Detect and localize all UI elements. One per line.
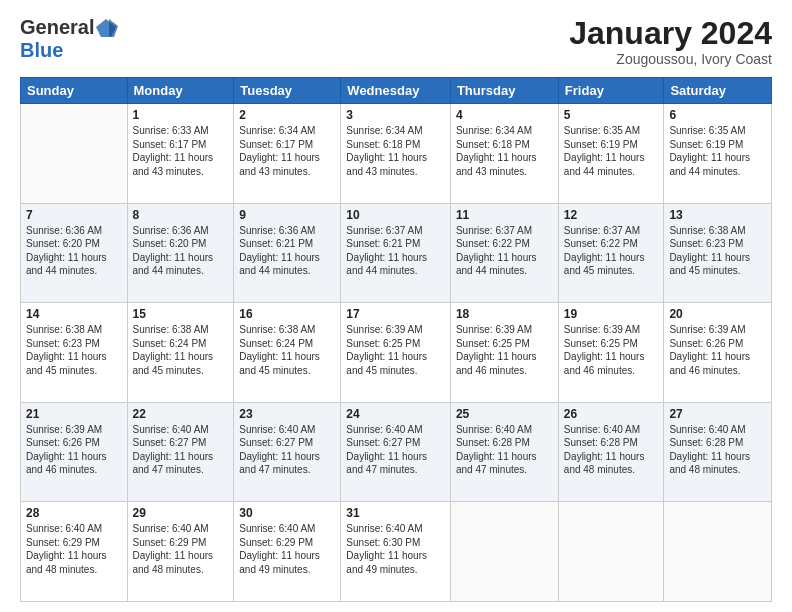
day-number: 1 xyxy=(133,108,229,122)
calendar-week-row: 28Sunrise: 6:40 AM Sunset: 6:29 PM Dayli… xyxy=(21,502,772,602)
logo-icon xyxy=(96,17,118,39)
col-header-wednesday: Wednesday xyxy=(341,78,451,104)
col-header-tuesday: Tuesday xyxy=(234,78,341,104)
day-number: 27 xyxy=(669,407,766,421)
day-number: 24 xyxy=(346,407,445,421)
day-info: Sunrise: 6:39 AM Sunset: 6:26 PM Dayligh… xyxy=(26,423,122,477)
calendar-cell: 23Sunrise: 6:40 AM Sunset: 6:27 PM Dayli… xyxy=(234,402,341,502)
day-number: 29 xyxy=(133,506,229,520)
day-number: 30 xyxy=(239,506,335,520)
day-info: Sunrise: 6:39 AM Sunset: 6:26 PM Dayligh… xyxy=(669,323,766,377)
calendar-cell xyxy=(21,104,128,204)
calendar-cell: 8Sunrise: 6:36 AM Sunset: 6:20 PM Daylig… xyxy=(127,203,234,303)
calendar-cell: 1Sunrise: 6:33 AM Sunset: 6:17 PM Daylig… xyxy=(127,104,234,204)
day-number: 26 xyxy=(564,407,659,421)
calendar-cell: 31Sunrise: 6:40 AM Sunset: 6:30 PM Dayli… xyxy=(341,502,451,602)
col-header-thursday: Thursday xyxy=(450,78,558,104)
calendar-cell: 19Sunrise: 6:39 AM Sunset: 6:25 PM Dayli… xyxy=(558,303,664,403)
day-info: Sunrise: 6:40 AM Sunset: 6:29 PM Dayligh… xyxy=(133,522,229,576)
day-number: 17 xyxy=(346,307,445,321)
day-info: Sunrise: 6:38 AM Sunset: 6:23 PM Dayligh… xyxy=(26,323,122,377)
calendar-cell: 3Sunrise: 6:34 AM Sunset: 6:18 PM Daylig… xyxy=(341,104,451,204)
day-number: 10 xyxy=(346,208,445,222)
day-info: Sunrise: 6:37 AM Sunset: 6:21 PM Dayligh… xyxy=(346,224,445,278)
day-number: 31 xyxy=(346,506,445,520)
calendar-cell: 15Sunrise: 6:38 AM Sunset: 6:24 PM Dayli… xyxy=(127,303,234,403)
day-info: Sunrise: 6:40 AM Sunset: 6:28 PM Dayligh… xyxy=(564,423,659,477)
calendar-cell: 16Sunrise: 6:38 AM Sunset: 6:24 PM Dayli… xyxy=(234,303,341,403)
day-info: Sunrise: 6:39 AM Sunset: 6:25 PM Dayligh… xyxy=(564,323,659,377)
day-number: 15 xyxy=(133,307,229,321)
day-info: Sunrise: 6:39 AM Sunset: 6:25 PM Dayligh… xyxy=(456,323,553,377)
day-number: 4 xyxy=(456,108,553,122)
day-info: Sunrise: 6:40 AM Sunset: 6:28 PM Dayligh… xyxy=(669,423,766,477)
calendar-cell: 25Sunrise: 6:40 AM Sunset: 6:28 PM Dayli… xyxy=(450,402,558,502)
calendar-cell: 27Sunrise: 6:40 AM Sunset: 6:28 PM Dayli… xyxy=(664,402,772,502)
header: General Blue January 2024 Zougoussou, Iv… xyxy=(20,16,772,67)
col-header-saturday: Saturday xyxy=(664,78,772,104)
day-number: 5 xyxy=(564,108,659,122)
day-number: 12 xyxy=(564,208,659,222)
day-info: Sunrise: 6:39 AM Sunset: 6:25 PM Dayligh… xyxy=(346,323,445,377)
day-info: Sunrise: 6:40 AM Sunset: 6:27 PM Dayligh… xyxy=(346,423,445,477)
calendar-week-row: 7Sunrise: 6:36 AM Sunset: 6:20 PM Daylig… xyxy=(21,203,772,303)
logo: General Blue xyxy=(20,16,118,62)
day-number: 6 xyxy=(669,108,766,122)
day-number: 20 xyxy=(669,307,766,321)
calendar-cell: 12Sunrise: 6:37 AM Sunset: 6:22 PM Dayli… xyxy=(558,203,664,303)
day-number: 28 xyxy=(26,506,122,520)
day-info: Sunrise: 6:40 AM Sunset: 6:28 PM Dayligh… xyxy=(456,423,553,477)
day-number: 13 xyxy=(669,208,766,222)
day-info: Sunrise: 6:36 AM Sunset: 6:20 PM Dayligh… xyxy=(26,224,122,278)
day-info: Sunrise: 6:35 AM Sunset: 6:19 PM Dayligh… xyxy=(564,124,659,178)
calendar-cell: 7Sunrise: 6:36 AM Sunset: 6:20 PM Daylig… xyxy=(21,203,128,303)
logo-blue: Blue xyxy=(20,39,63,62)
calendar-cell: 26Sunrise: 6:40 AM Sunset: 6:28 PM Dayli… xyxy=(558,402,664,502)
calendar-cell xyxy=(450,502,558,602)
calendar-cell: 24Sunrise: 6:40 AM Sunset: 6:27 PM Dayli… xyxy=(341,402,451,502)
day-number: 22 xyxy=(133,407,229,421)
day-number: 11 xyxy=(456,208,553,222)
day-number: 3 xyxy=(346,108,445,122)
day-info: Sunrise: 6:34 AM Sunset: 6:17 PM Dayligh… xyxy=(239,124,335,178)
calendar-cell: 28Sunrise: 6:40 AM Sunset: 6:29 PM Dayli… xyxy=(21,502,128,602)
day-number: 16 xyxy=(239,307,335,321)
day-info: Sunrise: 6:40 AM Sunset: 6:29 PM Dayligh… xyxy=(26,522,122,576)
calendar-week-row: 14Sunrise: 6:38 AM Sunset: 6:23 PM Dayli… xyxy=(21,303,772,403)
day-number: 14 xyxy=(26,307,122,321)
calendar-cell: 20Sunrise: 6:39 AM Sunset: 6:26 PM Dayli… xyxy=(664,303,772,403)
logo-general: General xyxy=(20,16,94,39)
calendar-cell: 14Sunrise: 6:38 AM Sunset: 6:23 PM Dayli… xyxy=(21,303,128,403)
calendar: SundayMondayTuesdayWednesdayThursdayFrid… xyxy=(20,77,772,602)
calendar-cell: 13Sunrise: 6:38 AM Sunset: 6:23 PM Dayli… xyxy=(664,203,772,303)
calendar-cell: 6Sunrise: 6:35 AM Sunset: 6:19 PM Daylig… xyxy=(664,104,772,204)
logo-text: General xyxy=(20,16,118,39)
day-info: Sunrise: 6:38 AM Sunset: 6:24 PM Dayligh… xyxy=(133,323,229,377)
day-number: 2 xyxy=(239,108,335,122)
calendar-cell: 18Sunrise: 6:39 AM Sunset: 6:25 PM Dayli… xyxy=(450,303,558,403)
calendar-cell: 9Sunrise: 6:36 AM Sunset: 6:21 PM Daylig… xyxy=(234,203,341,303)
day-number: 7 xyxy=(26,208,122,222)
calendar-week-row: 1Sunrise: 6:33 AM Sunset: 6:17 PM Daylig… xyxy=(21,104,772,204)
day-number: 21 xyxy=(26,407,122,421)
day-info: Sunrise: 6:40 AM Sunset: 6:29 PM Dayligh… xyxy=(239,522,335,576)
day-info: Sunrise: 6:40 AM Sunset: 6:27 PM Dayligh… xyxy=(239,423,335,477)
day-number: 9 xyxy=(239,208,335,222)
day-info: Sunrise: 6:40 AM Sunset: 6:27 PM Dayligh… xyxy=(133,423,229,477)
col-header-friday: Friday xyxy=(558,78,664,104)
day-info: Sunrise: 6:37 AM Sunset: 6:22 PM Dayligh… xyxy=(564,224,659,278)
calendar-cell: 17Sunrise: 6:39 AM Sunset: 6:25 PM Dayli… xyxy=(341,303,451,403)
day-number: 8 xyxy=(133,208,229,222)
day-info: Sunrise: 6:37 AM Sunset: 6:22 PM Dayligh… xyxy=(456,224,553,278)
day-info: Sunrise: 6:38 AM Sunset: 6:23 PM Dayligh… xyxy=(669,224,766,278)
day-info: Sunrise: 6:36 AM Sunset: 6:21 PM Dayligh… xyxy=(239,224,335,278)
day-info: Sunrise: 6:34 AM Sunset: 6:18 PM Dayligh… xyxy=(346,124,445,178)
day-number: 25 xyxy=(456,407,553,421)
svg-marker-1 xyxy=(109,19,118,37)
month-title: January 2024 xyxy=(569,16,772,51)
calendar-cell: 2Sunrise: 6:34 AM Sunset: 6:17 PM Daylig… xyxy=(234,104,341,204)
calendar-header-row: SundayMondayTuesdayWednesdayThursdayFrid… xyxy=(21,78,772,104)
day-number: 19 xyxy=(564,307,659,321)
calendar-cell: 10Sunrise: 6:37 AM Sunset: 6:21 PM Dayli… xyxy=(341,203,451,303)
col-header-monday: Monday xyxy=(127,78,234,104)
